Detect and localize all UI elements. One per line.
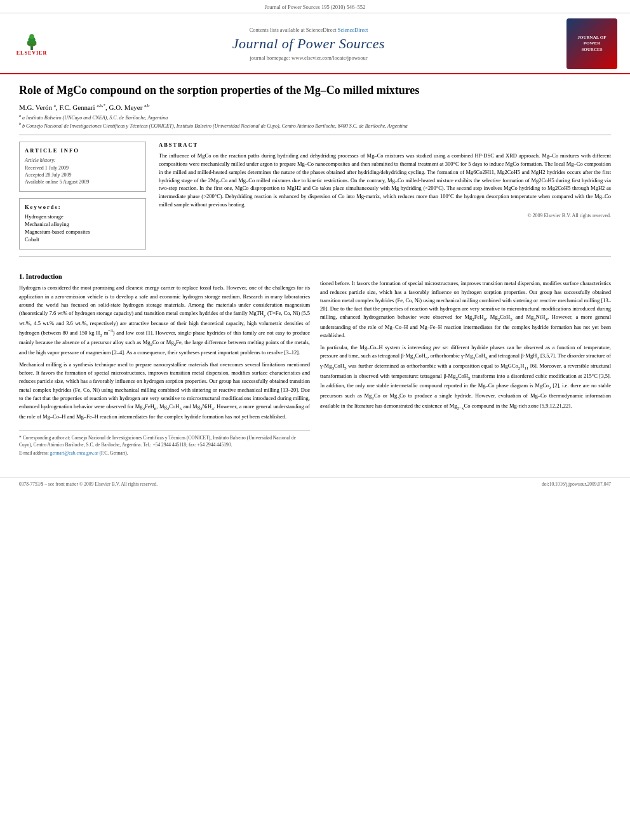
svg-point-3 — [29, 34, 34, 38]
intro-paragraph-4: In particular, the Mg–Co–H system is int… — [320, 343, 611, 411]
sub-2-r7: 2 — [455, 375, 458, 380]
sub-2: 2 — [143, 406, 145, 411]
contents-available-line: Contents lists available at ScienceDirec… — [51, 27, 566, 33]
sub-2-r2: 2 — [498, 317, 500, 322]
sup-a: a — [19, 114, 21, 117]
article-info-box: ARTICLE INFO Article history: Received 1… — [19, 142, 146, 192]
bottom-bar: 0378-7753/$ – see front matter © 2009 El… — [0, 477, 630, 491]
sup-b: b — [19, 122, 21, 126]
badge-line3: SOURCES — [578, 47, 607, 53]
affil-sup-ab: a,b,* — [97, 103, 105, 108]
sub-3-r2: 3 — [332, 366, 334, 371]
body-right-col: tioned before. It favors the formation o… — [320, 267, 611, 458]
affil-sup-a: a — [54, 103, 56, 108]
footnotes: * Corresponding author at: Consejo Nacio… — [19, 430, 310, 457]
badge-text: JOURNAL OF POWER SOURCES — [578, 35, 607, 52]
sub-5-r5: 5 — [468, 375, 471, 380]
sub-6: 6 — [154, 406, 157, 411]
abstract-column: ABSTRACT The influence of MgCo on the re… — [159, 142, 611, 250]
sub-3-r3: 3 — [397, 396, 399, 401]
keyword-2: Mechanical alloying — [25, 221, 140, 227]
keyword-1: Hydrogen storage — [25, 213, 140, 220]
sub-2: 2 — [200, 406, 203, 411]
journal-citation: Journal of Power Sources 195 (2010) 546–… — [0, 0, 630, 13]
divider-1 — [19, 135, 611, 135]
sub-5: 5 — [179, 406, 182, 411]
sciencedirect-link[interactable]: ScienceDirect — [338, 27, 368, 33]
sub-2-r6: 2 — [518, 366, 521, 371]
sup-minus3: −3 — [108, 328, 113, 333]
keywords-box: Keywords: Hydrogen storage Mechanical al… — [19, 198, 146, 250]
available-date: Available online 5 August 2009 — [25, 179, 140, 185]
main-content: Role of MgCo compound on the sorption pr… — [0, 74, 630, 470]
elsevier-tree-icon — [20, 32, 44, 50]
keywords-label: Keywords: — [25, 204, 140, 210]
footnote-star: * Corresponding author at: Consejo Nacio… — [19, 434, 310, 449]
sub-2-r9: 2 — [372, 396, 374, 401]
sub-5-r: 5 — [510, 317, 513, 322]
section-title-text: Introduction — [26, 273, 62, 280]
copyright-line: © 2009 Elsevier B.V. All rights reserved… — [159, 213, 611, 218]
keyword-4: Cobalt — [25, 236, 140, 243]
sub-2-r4: 2 — [413, 356, 415, 361]
homepage-line: journal homepage: www.elsevier.com/locat… — [51, 55, 566, 61]
sub-2-r5: 2 — [537, 356, 539, 361]
sub-11-r: 11 — [524, 366, 528, 371]
sub-4-r: 4 — [545, 317, 547, 322]
issn-text: 0378-7753/$ – see front matter © 2009 El… — [19, 481, 158, 487]
sub-4: 4 — [211, 406, 214, 411]
email-link[interactable]: gennari@cab.cnea.gov.ar — [50, 450, 98, 456]
affiliation-a: a a Instituto Balseiro (UNCuyo and CNEA)… — [19, 114, 611, 121]
accepted-date: Accepted 28 July 2009 — [25, 172, 140, 178]
affiliation-b: b b Consejo Nacional de Investigaciones … — [19, 122, 611, 129]
elsevier-branding: ELSEVIER — [13, 31, 51, 57]
doi-text: doi:10.1016/j.jpowsour.2009.07.047 — [542, 481, 611, 487]
email-label: E-mail address: — [19, 450, 49, 456]
sub-3-r: 3 — [473, 356, 475, 361]
footnote-email: E-mail address: gennari@cab.cnea.gov.ar … — [19, 450, 310, 457]
intro-paragraph-2: Mechanical milling is a synthesis techni… — [19, 361, 310, 421]
sub-5-r4: 5 — [344, 366, 347, 371]
sub-2: 2 — [100, 332, 102, 337]
authors-line: M.G. Verón a, F.C. Gennari a,b,*, G.O. M… — [19, 103, 611, 111]
per-se: per se — [433, 344, 447, 350]
sub-2-r8: 2 — [549, 385, 551, 390]
affil-sup-ab2: a,b — [144, 103, 149, 108]
abstract-label: ABSTRACT — [159, 142, 611, 148]
star-note-text: * Corresponding author at: Consejo Nacio… — [19, 435, 296, 448]
body-section: 1. Introduction Hydrogen is considered t… — [19, 267, 611, 458]
sub-2-r: 2 — [472, 317, 474, 322]
section-number: 1. — [19, 273, 24, 280]
journal-header: ELSEVIER Contents lists available at Sci… — [0, 13, 630, 74]
badge-line2: POWER — [578, 41, 607, 46]
sub-5-r2: 5 — [426, 356, 428, 361]
journal-badge: JOURNAL OF POWER SOURCES — [566, 18, 617, 69]
intro-paragraph-1: Hydrogen is considered the most promisin… — [19, 284, 310, 357]
sub-6-r: 6 — [483, 317, 486, 322]
affiliation-b-text: b Consejo Nacional de Investigaciones Ci… — [22, 123, 408, 128]
contents-text: Contents lists available at ScienceDirec… — [250, 27, 337, 33]
history-label: Article history: — [25, 157, 140, 163]
sub-2: 2 — [174, 342, 177, 347]
body-left-col: 1. Introduction Hydrogen is considered t… — [19, 267, 310, 458]
sub-2: 2 — [167, 406, 170, 411]
sub-2-rx: 2−x — [457, 405, 464, 410]
keyword-3: Magnesium-based composites — [25, 229, 140, 235]
email-person: (F.C. Gennari). — [99, 450, 128, 456]
journal-title-section: Contents lists available at ScienceDirec… — [51, 27, 566, 61]
sub-5-r3: 5 — [485, 356, 488, 361]
article-info-abstract-section: ARTICLE INFO Article history: Received 1… — [19, 142, 611, 250]
sub-2-r3: 2 — [533, 317, 536, 322]
affiliation-a-text: a Instituto Balseiro (UNCuyo and CNEA), … — [22, 115, 168, 121]
abstract-text: The influence of MgCo on the reaction pa… — [159, 152, 611, 208]
divider-2 — [19, 256, 611, 257]
article-title: Role of MgCo compound on the sorption pr… — [19, 83, 611, 98]
sub-2: 2 — [150, 342, 152, 347]
elsevier-wordmark: ELSEVIER — [17, 50, 47, 56]
badge-line1: JOURNAL OF — [578, 35, 607, 41]
received-date: Received 1 July 2009 — [25, 165, 140, 171]
article-info-label: ARTICLE INFO — [25, 147, 140, 154]
intro-paragraph-3: tioned before. It favors the formation o… — [320, 279, 611, 340]
sub-y: y — [264, 313, 266, 318]
citation-text: Journal of Power Sources 195 (2010) 546–… — [265, 4, 366, 10]
